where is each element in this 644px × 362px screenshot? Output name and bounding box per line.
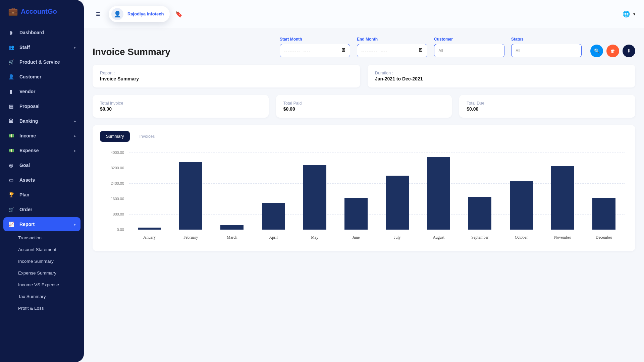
nav-icon: 💵 [8,148,14,153]
end-month-input[interactable] [357,44,427,57]
bar-may [303,165,326,230]
start-month-input[interactable] [280,44,350,57]
bar-june [344,198,368,230]
bar-march [220,225,244,230]
nav-label: Order [19,207,32,212]
search-button[interactable]: 🔍 [590,45,603,57]
bar-september [468,197,491,230]
sidebar-subitem-tax-summary[interactable]: Tax Summary [13,291,80,302]
x-label: April [253,232,294,243]
hamburger-icon: ☰ [96,11,100,17]
nav-label: Assets [19,177,35,183]
card-value: $0.00 [283,106,445,112]
sidebar-subitem-income-vs-expense[interactable]: Income VS Expense [13,279,80,291]
status-input[interactable] [511,44,582,57]
download-icon: ⬇ [627,48,631,54]
nav-label: Dashboard [19,30,44,35]
sidebar-item-customer[interactable]: 👤Customer [3,70,80,84]
sidebar-item-expense[interactable]: 💵Expense▸ [3,143,80,158]
nav-icon: 🛒 [8,59,14,65]
sidebar-subitem-profit-loss[interactable]: Profit & Loss [13,302,80,314]
card-total-invoice: Total Invoice $0.00 [93,95,269,118]
nav-label: Vendor [19,89,35,94]
sidebar-item-proposal[interactable]: ▤Proposal [3,99,80,113]
tab-summary[interactable]: Summary [100,131,130,142]
sidebar-item-report[interactable]: 📈Report▸ [3,217,80,231]
page-title: Invoice Summary [93,47,170,57]
bar-december [592,198,615,230]
chevron-right-icon: ▸ [74,119,76,123]
nav: ◗Dashboard👥Staff▸🛒Product & Service👤Cust… [0,23,84,317]
sidebar-item-goal[interactable]: ◎Goal [3,158,80,172]
sidebar-item-order[interactable]: 🛒Order [3,202,80,217]
nav-label: Expense [19,148,39,153]
nav-icon: ◎ [8,163,14,168]
nav-icon: ◗ [8,30,14,35]
company-name: Rajodiya Infotech [127,11,164,16]
nav-label: Staff [19,45,30,50]
content: Invoice Summary Start Month 🗓 End Month … [84,28,644,260]
sidebar-item-vendor[interactable]: ▮Vendor [3,84,80,99]
x-label: May [294,232,335,243]
download-button[interactable]: ⬇ [623,45,635,57]
card-value: Jan-2021 to Dec-2021 [375,76,628,81]
sidebar-subitem-income-summary[interactable]: Income Summary [13,255,80,267]
chevron-right-icon: ▸ [74,46,76,49]
y-tick: 800.00 [113,212,124,216]
filter-label: Customer [434,37,504,42]
card-total-due: Total Due $0.00 [459,95,635,118]
tab-invoices[interactable]: Invoices [133,131,161,142]
nav-label: Report [19,222,35,227]
bar-january [138,228,161,230]
card-total-paid: Total Paid $0.00 [276,95,452,118]
company-pill[interactable]: 👤 Rajodiya Infotech [109,6,170,22]
nav-label: Goal [19,163,30,168]
sidebar-item-product-service[interactable]: 🛒Product & Service [3,55,80,69]
nav-icon: 🏆 [8,192,14,197]
bookmark-icon[interactable]: 🔖 [175,10,182,18]
nav-icon: 💵 [8,133,14,138]
nav-icon: ▭ [8,177,14,183]
filter-status: Status [511,37,582,57]
language-switcher[interactable]: 🌐 [623,10,630,18]
filter-label: Status [511,37,582,42]
nav-label: Plan [19,192,30,197]
card-label: Duration : [375,71,628,75]
sidebar-item-staff[interactable]: 👥Staff▸ [3,40,80,54]
bar-february [179,162,202,230]
brand-name: AccountGo [21,8,57,15]
sidebar-subitem-account-statement[interactable]: Account Statement [13,244,80,255]
logo[interactable]: 💼 AccountGo [0,0,84,23]
sidebar-item-income[interactable]: 💵Income▸ [3,129,80,143]
sidebar-subitem-expense-summary[interactable]: Expense Summary [13,267,80,279]
chevron-down-icon[interactable]: ▾ [633,12,635,16]
nav-icon: 🛒 [8,207,14,212]
card-label: Total Due [467,101,628,106]
x-label: August [418,232,459,243]
sidebar-item-plan[interactable]: 🏆Plan [3,188,80,202]
nav-icon: 👥 [8,45,14,50]
nav-label: Proposal [19,104,40,109]
nav-icon: 🏛 [8,118,14,124]
delete-button[interactable]: 🗑 [606,45,619,57]
header: ☰ 👤 Rajodiya Infotech 🔖 🌐 ▾ [84,0,644,28]
customer-input[interactable] [434,44,504,57]
nav-label: Product & Service [19,59,60,65]
sidebar-item-banking[interactable]: 🏛Banking▸ [3,114,80,128]
menu-toggle-button[interactable]: ☰ [93,9,103,19]
filter-end-month: End Month 🗓 [357,37,427,57]
sidebar-item-assets[interactable]: ▭Assets [3,173,80,187]
y-tick: 3200.00 [111,166,124,170]
x-label: October [501,232,542,243]
sidebar-subitem-transaction[interactable]: Transaction [13,232,80,244]
card-label: Total Invoice [100,101,261,106]
sidebar: 💼 AccountGo ◗Dashboard👥Staff▸🛒Product & … [0,0,84,362]
tabs: Summary Invoices [100,131,628,142]
bar-july [386,176,409,230]
sidebar-item-dashboard[interactable]: ◗Dashboard [3,25,80,40]
card-value: Invoice Summary [100,76,353,81]
y-tick: 2400.00 [111,181,124,185]
chart-panel: Summary Invoices 0.00800.001600.002400.0… [93,125,635,251]
chevron-right-icon: ▸ [74,134,76,138]
nav-icon: 📈 [8,222,14,227]
